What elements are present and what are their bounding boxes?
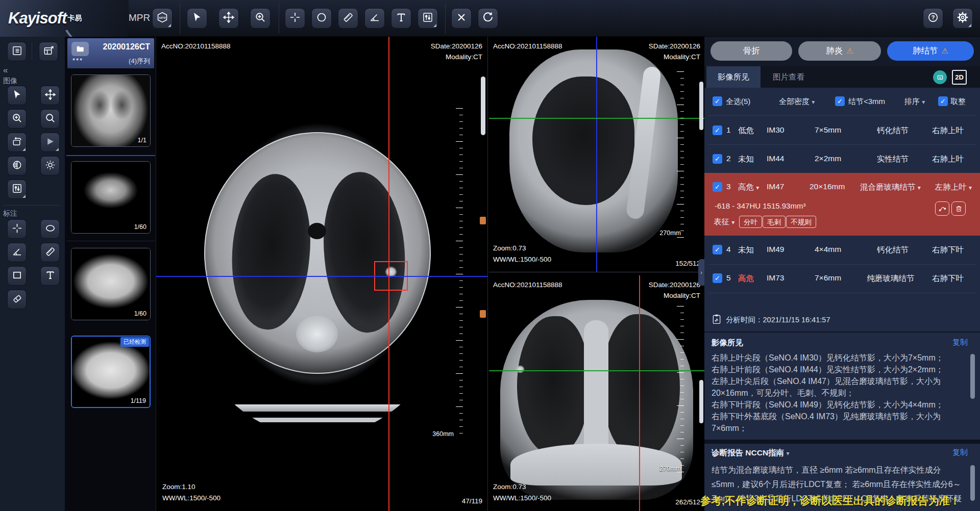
density-filter-dropdown[interactable]: 全部密度 ▾ bbox=[779, 97, 815, 107]
series-header[interactable]: 20200126CT *** (4)序列 bbox=[67, 38, 154, 68]
cine-play-button[interactable] bbox=[40, 133, 60, 152]
findings-text: 右肺上叶尖段（SeNO.4 IM30）见钙化结节影，大小为7×5mm；右肺上叶前… bbox=[712, 352, 963, 436]
angle-tool-button[interactable] bbox=[364, 8, 385, 29]
coronal-viewport[interactable]: 270mm AccNO:202101158888 SDate:20200126 … bbox=[489, 275, 704, 511]
crosshair-icon bbox=[289, 11, 301, 25]
axial-scale-ruler bbox=[456, 108, 463, 440]
collapse-sidebar-button[interactable]: « bbox=[3, 65, 8, 75]
sagittal-scrollbar-thumb[interactable] bbox=[699, 82, 703, 130]
report-title[interactable]: 诊断报告 NCCN指南 ▾ bbox=[712, 448, 789, 458]
small-nodule-label[interactable]: 结节<3mm bbox=[848, 97, 885, 107]
coronal-scrollbar-thumb[interactable] bbox=[699, 380, 703, 423]
ellipse-icon bbox=[44, 222, 56, 236]
ellipse-annotation-button[interactable] bbox=[40, 219, 60, 239]
follow-up-button[interactable] bbox=[935, 201, 949, 216]
pan-tool-button[interactable] bbox=[218, 8, 239, 29]
crosshair-tool-button[interactable] bbox=[285, 8, 305, 29]
feature-tag[interactable]: 不规则 bbox=[786, 216, 816, 228]
row-checkbox[interactable]: ✓ bbox=[713, 154, 722, 164]
eraser-button[interactable] bbox=[7, 290, 27, 309]
nodule-location-dropdown[interactable]: 左肺上叶 ▾ bbox=[935, 182, 972, 193]
text-icon bbox=[44, 269, 56, 283]
copy-report-button[interactable]: 复制 bbox=[952, 448, 968, 457]
thumbnail-scout[interactable]: 1/1 bbox=[71, 74, 151, 147]
nodule-row-3-selected[interactable]: ✓ 3 高危 ▾ IM47 20×16mm 混合磨玻璃结节 ▾ 左肺上叶 ▾ -… bbox=[704, 173, 980, 236]
mpr-mode-button[interactable]: MPR bbox=[152, 8, 173, 29]
report-chat-button[interactable] bbox=[933, 70, 947, 84]
feature-tag[interactable]: 分叶 bbox=[739, 216, 762, 228]
delete-nodule-button[interactable] bbox=[951, 201, 966, 216]
feature-tag[interactable]: 毛刺 bbox=[763, 216, 786, 228]
coronal-horizontal-reference-line[interactable] bbox=[489, 370, 704, 371]
row-checkbox[interactable]: ✓ bbox=[713, 182, 722, 192]
thumbnail-series-2[interactable]: 1/60 bbox=[71, 161, 151, 234]
module-lung-nodule-button[interactable]: 肺结节⚠ bbox=[887, 41, 974, 61]
nodule-position-marker[interactable] bbox=[480, 217, 486, 224]
angle-annotation-button[interactable] bbox=[7, 243, 27, 262]
round-label[interactable]: 取整 bbox=[950, 97, 966, 107]
magnify-tool-button[interactable] bbox=[40, 109, 60, 129]
tab-image-view[interactable]: 图片查看 bbox=[762, 66, 816, 88]
features-dropdown[interactable]: 表征 ▾ bbox=[714, 217, 734, 227]
text-tool-button[interactable] bbox=[391, 8, 411, 29]
2d-view-button[interactable]: 2D bbox=[952, 70, 967, 85]
module-fracture-button[interactable]: 骨折 bbox=[710, 41, 792, 61]
panel-collapse-handle[interactable]: › bbox=[698, 259, 704, 286]
nodule-type-dropdown[interactable]: 混合磨玻璃结节 ▾ bbox=[860, 182, 921, 193]
reset-button[interactable] bbox=[478, 8, 498, 29]
zoom-in-icon bbox=[254, 11, 266, 25]
nodule-risk-dropdown[interactable]: 高危 ▾ bbox=[738, 182, 759, 193]
module-pneumonia-button[interactable]: 肺炎⚠ bbox=[798, 41, 881, 61]
ruler-annotation-button[interactable] bbox=[40, 243, 60, 262]
row-checkbox[interactable]: ✓ bbox=[713, 273, 722, 283]
sagittal-viewport[interactable]: 270mm AccNO:202101158888 SDate:20200126 … bbox=[489, 37, 704, 272]
rotate-tool-button[interactable] bbox=[7, 133, 27, 152]
help-button[interactable]: ? bbox=[923, 8, 943, 29]
text-line: 左肺上叶尖后段（SeNO.4 IM47）见混合磨玻璃结节影，大小为20×16mm… bbox=[712, 375, 963, 399]
coronal-vertical-reference-line[interactable] bbox=[639, 275, 640, 511]
sagittal-horizontal-reference-line[interactable] bbox=[489, 118, 704, 119]
tab-findings[interactable]: 影像所见 bbox=[706, 66, 761, 88]
nodule-position-marker[interactable] bbox=[480, 310, 486, 318]
round-checkbox[interactable]: ✓ bbox=[938, 96, 948, 106]
rectangle-annotation-button[interactable] bbox=[7, 266, 27, 286]
text-annotation-button[interactable] bbox=[40, 266, 60, 286]
axial-viewport[interactable]: 360mm AccNO:202101158888 SDate:20200126 … bbox=[156, 37, 488, 511]
select-all-label[interactable]: 全选(5) bbox=[726, 97, 750, 107]
logo-text: Kayisoft卡易 bbox=[8, 9, 82, 28]
window-level-tool-button[interactable] bbox=[418, 8, 438, 29]
pan-tool-button[interactable] bbox=[40, 86, 60, 105]
axial-vertical-reference-line[interactable] bbox=[388, 37, 389, 511]
sagittal-vertical-reference-line[interactable] bbox=[596, 37, 597, 272]
small-nodule-checkbox[interactable]: ✓ bbox=[835, 96, 845, 106]
zoom-in-tool-button[interactable] bbox=[7, 109, 27, 129]
brightness-tool-button[interactable] bbox=[40, 156, 60, 175]
cursor-tool-button[interactable] bbox=[187, 8, 207, 29]
crosshair-annotation-button[interactable] bbox=[7, 219, 27, 239]
circle-icon bbox=[315, 11, 328, 25]
ruler-tool-button[interactable] bbox=[338, 8, 358, 29]
cursor-tool-button[interactable] bbox=[7, 86, 27, 105]
thumbnail-series-4-selected[interactable]: 已经检测 1/119 bbox=[71, 336, 151, 408]
invert-tool-button[interactable] bbox=[7, 156, 27, 175]
axial-scale-label: 360mm bbox=[432, 430, 454, 438]
copy-findings-button[interactable]: 复制 bbox=[952, 338, 968, 347]
findings-scrollbar-thumb[interactable] bbox=[970, 354, 975, 399]
zoom-in-tool-button[interactable] bbox=[250, 8, 271, 29]
thumbnail-series-3[interactable]: 1/60 bbox=[71, 248, 151, 320]
close-series-button[interactable] bbox=[39, 42, 58, 61]
row-checkbox[interactable]: ✓ bbox=[713, 125, 722, 135]
axial-horizontal-reference-line[interactable] bbox=[156, 276, 488, 277]
sort-dropdown[interactable]: 排序 ▾ bbox=[904, 97, 925, 107]
delete-annotation-button[interactable] bbox=[451, 8, 472, 29]
window-level-tool-button[interactable] bbox=[7, 180, 27, 199]
axial-scrollbar-thumb[interactable] bbox=[481, 76, 485, 135]
toolbar-divider bbox=[279, 3, 279, 34]
series-list-button[interactable] bbox=[7, 42, 27, 61]
row-checkbox[interactable]: ✓ bbox=[713, 245, 722, 254]
select-all-checkbox[interactable]: ✓ bbox=[713, 96, 722, 106]
ellipse-tool-button[interactable] bbox=[311, 8, 332, 29]
check-icon: ✓ bbox=[715, 183, 720, 191]
folder-icon bbox=[71, 42, 89, 56]
settings-button[interactable] bbox=[952, 8, 973, 29]
